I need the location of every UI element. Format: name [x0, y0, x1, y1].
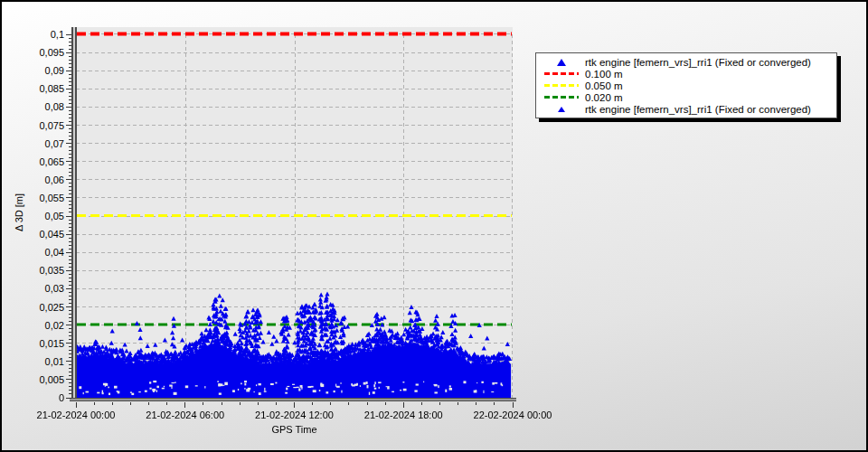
x-minor-tick	[112, 402, 113, 405]
y-minor-tick	[69, 314, 71, 315]
y-tick	[66, 288, 71, 289]
y-minor-tick	[69, 190, 71, 191]
triangle-marker-icon	[557, 59, 566, 66]
y-minor-tick	[69, 96, 71, 97]
y-minor-tick	[69, 393, 71, 394]
y-tick-label: 0	[16, 392, 64, 403]
y-minor-tick	[69, 45, 71, 46]
y-minor-tick	[69, 227, 71, 228]
x-minor-tick	[240, 402, 241, 405]
x-minor-tick	[421, 402, 422, 405]
x-tick-label: 22-02-2024 00:00	[458, 410, 568, 420]
x-tick	[76, 402, 77, 408]
y-minor-tick	[69, 223, 71, 224]
y-tick	[66, 306, 71, 307]
y-tick-label: 0,08	[16, 101, 64, 112]
y-minor-tick	[69, 67, 71, 68]
y-tick-label: 0,1	[16, 29, 64, 40]
x-minor-tick	[94, 402, 95, 405]
y-minor-tick	[69, 74, 71, 75]
y-minor-tick	[69, 208, 71, 209]
y-minor-tick	[69, 386, 71, 387]
y-minor-tick	[69, 42, 71, 42]
y-minor-tick	[69, 292, 71, 293]
legend-entry: 0.020 m	[538, 91, 833, 103]
y-minor-tick	[69, 201, 71, 202]
y-minor-tick	[69, 114, 71, 115]
y-minor-tick	[69, 92, 71, 93]
y-minor-tick	[69, 85, 71, 86]
legend-label: 0.020 m	[585, 92, 623, 103]
x-tick-label: 21-02-2024 00:00	[21, 410, 131, 420]
legend-entry: rtk engine [femern_vrs]_rri1 (Fixed or c…	[538, 103, 833, 115]
triangle-marker-icon	[558, 107, 565, 112]
x-minor-tick	[476, 402, 476, 405]
x-minor-tick	[203, 402, 203, 405]
y-minor-tick	[69, 121, 71, 122]
y-minor-tick	[69, 303, 71, 304]
y-tick	[66, 361, 71, 362]
y-minor-tick	[69, 118, 71, 118]
y-minor-tick	[69, 146, 71, 147]
y-tick	[66, 71, 71, 71]
y-tick	[66, 89, 71, 89]
y-minor-tick	[69, 278, 71, 278]
y-minor-tick	[69, 332, 71, 333]
y-minor-tick	[69, 172, 71, 173]
legend-box: rtk engine [femern_vrs]_rri1 (Fixed or c…	[535, 52, 837, 118]
y-tick	[66, 343, 71, 344]
y-tick-label: 0,005	[16, 374, 64, 385]
y-minor-tick	[69, 353, 71, 354]
y-tick-label: 0,02	[16, 320, 64, 331]
y-minor-tick	[69, 364, 71, 365]
y-tick	[66, 325, 71, 325]
y-minor-tick	[69, 78, 71, 79]
y-minor-tick	[69, 175, 71, 176]
y-minor-tick	[69, 81, 71, 82]
y-tick	[66, 179, 71, 180]
y-tick-label: 0,09	[16, 65, 64, 76]
y-tick	[66, 197, 71, 198]
y-minor-tick	[69, 375, 71, 376]
y-tick	[66, 398, 71, 399]
y-tick	[66, 379, 71, 380]
x-tick	[184, 402, 185, 408]
y-minor-tick	[69, 56, 71, 57]
y-minor-tick	[69, 132, 71, 133]
y-tick-label: 0,075	[16, 120, 64, 131]
y-minor-tick	[69, 339, 71, 340]
y-axis-title: Δ 3D [m]	[14, 174, 26, 250]
x-minor-tick	[330, 402, 331, 405]
y-tick-label: 0,035	[16, 265, 64, 276]
y-minor-tick	[69, 128, 71, 129]
y-minor-tick	[69, 249, 71, 250]
triangle-marker-icon	[538, 107, 585, 112]
x-minor-tick	[458, 402, 458, 405]
y-minor-tick	[69, 350, 71, 351]
y-minor-tick	[69, 136, 71, 137]
y-minor-tick	[69, 281, 71, 282]
x-axis-title: GPS Time	[76, 424, 513, 435]
chart-canvas	[76, 27, 513, 398]
y-tick-label: 0,015	[16, 338, 64, 349]
y-minor-tick	[69, 110, 71, 111]
threshold-line-icon	[538, 72, 585, 75]
y-minor-tick	[69, 186, 71, 187]
y-tick-label: 0,065	[16, 156, 64, 167]
legend-label: 0.100 m	[585, 69, 623, 80]
y-tick	[66, 52, 71, 53]
x-minor-tick	[367, 402, 368, 405]
y-tick-label: 0,03	[16, 283, 64, 294]
y-tick-label: 0,095	[16, 47, 64, 58]
y-minor-tick	[69, 256, 71, 257]
y-minor-tick	[69, 238, 71, 239]
x-minor-tick	[494, 402, 495, 405]
y-minor-tick	[69, 60, 71, 61]
x-minor-tick	[312, 402, 313, 405]
y-minor-tick	[69, 328, 71, 329]
y-minor-tick	[69, 285, 71, 286]
y-minor-tick	[69, 168, 71, 169]
plot-area	[76, 27, 513, 398]
triangle-marker-icon	[538, 59, 585, 66]
y-minor-tick	[69, 220, 71, 221]
